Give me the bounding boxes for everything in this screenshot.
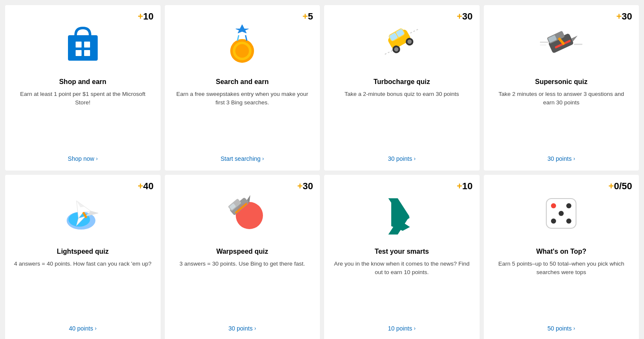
card-link[interactable]: Shop now › [68,155,98,162]
bing-icon: ❯ [374,186,429,241]
svg-marker-25 [571,36,579,42]
card-link[interactable]: 30 points › [548,155,575,162]
card-title: Search and earn [216,78,269,86]
points-plus: + [138,11,143,22]
svg-rect-0 [68,35,98,61]
points-plus: + [457,181,462,191]
svg-rect-2 [84,42,90,48]
points-badge: +30 [457,11,472,22]
svg-point-50 [566,219,571,224]
shop-icon [55,16,110,71]
card-link[interactable]: 10 points › [388,325,415,332]
card-turbocharge-quiz: +30 Turbocharge quiz Take a 2-minute bo [324,5,480,171]
points-plus: + [608,181,614,191]
svg-rect-3 [76,50,82,56]
card-link[interactable]: Start searching › [220,155,264,162]
svg-rect-1 [76,42,82,48]
chevron-icon: › [262,156,264,162]
card-link[interactable]: 30 points › [388,155,415,162]
chevron-icon: › [414,156,415,162]
card-description: Are you in the know when it comes to the… [333,260,471,317]
points-plus: + [138,181,143,191]
card-warpspeed-quiz: +30 Warpspeed quiz 3 answers = 30 points… [165,175,320,339]
chevron-icon: › [414,325,415,331]
svg-line-20 [385,50,393,54]
card-description: Earn 5 points–up to 50 total–when you pi… [492,260,631,317]
card-title: Turbocharge quiz [373,78,430,86]
medal-icon [215,16,270,71]
card-search-and-earn: +5 Search and earn Earn a free sweepstak… [165,5,320,171]
points-badge: +30 [616,11,632,22]
chevron-icon: › [254,325,256,331]
card-description: 4 answers = 40 points. How fast can you … [14,260,151,317]
card-description: Take a 2-minute bonus quiz to earn 30 po… [345,90,459,147]
card-link[interactable]: 50 points › [548,325,575,332]
chevron-icon: › [573,156,575,162]
points-badge: +10 [457,181,472,192]
points-badge: +40 [138,181,153,192]
card-test-your-smarts: +10 ❯ Test your smarts Are you in the kn… [324,175,480,339]
svg-point-44 [236,202,263,229]
chevron-icon: › [95,325,96,331]
points-plus: + [616,11,622,22]
card-description: Earn at least 1 point per $1 spent at th… [14,90,152,147]
plane-icon [55,186,110,241]
card-link[interactable]: 30 points › [229,325,256,332]
warp-icon [215,186,270,241]
supersonic-icon [534,16,589,71]
points-badge: +10 [138,11,153,22]
svg-point-48 [566,203,571,208]
points-plus: + [297,181,303,191]
points-badge: +5 [302,11,313,22]
dice-icon [534,186,589,241]
chevron-icon: › [96,156,98,162]
svg-rect-28 [540,42,548,43]
card-title: Warpspeed quiz [216,248,268,255]
card-supersonic-quiz: +30 Supersonic quiz Take 2 minutes or le… [484,5,639,171]
points-badge: +0/50 [608,181,632,192]
car-icon [374,16,429,71]
card-description: 3 answers = 30 points. Use Bing to get t… [180,260,305,317]
card-whats-on-top: +0/50 What's on Top? Earn 5 points–up to… [484,175,639,339]
svg-rect-29 [574,44,582,45]
card-lightspeed-quiz: +40 Lightspeed quiz 4 answers = 40 point… [5,175,161,339]
points-badge: +30 [297,181,313,192]
points-plus: + [457,11,462,22]
card-title: Test your smarts [375,248,429,255]
card-title: What's on Top? [536,248,586,255]
points-plus: + [302,11,308,22]
card-title: Lightspeed quiz [57,248,109,255]
svg-point-9 [235,44,249,58]
svg-point-47 [551,203,556,208]
card-shop-and-earn: +10 Shop and earn Earn at least 1 point … [5,5,161,171]
card-description: Take 2 minutes or less to answer 3 quest… [492,90,631,147]
chevron-icon: › [573,325,575,331]
card-title: Shop and earn [59,78,106,86]
svg-rect-30 [540,45,546,45]
svg-marker-6 [236,25,249,33]
cards-grid: +10 Shop and earn Earn at least 1 point … [5,5,639,339]
svg-point-49 [551,219,556,224]
card-title: Supersonic quiz [535,78,588,86]
card-description: Earn a free sweepstakes entry when you m… [173,90,312,147]
svg-rect-4 [84,50,90,56]
svg-line-21 [410,29,419,33]
svg-point-51 [559,211,564,216]
card-link[interactable]: 40 points › [69,325,96,332]
